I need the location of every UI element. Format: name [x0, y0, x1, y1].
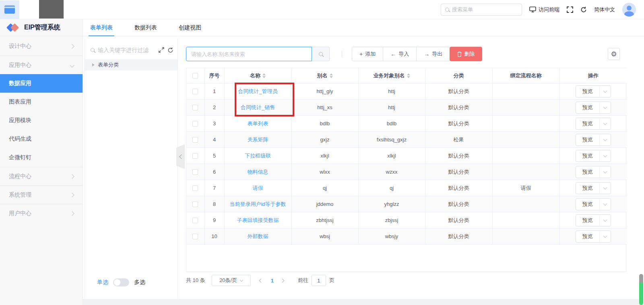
- row-checkbox[interactable]: [192, 121, 198, 127]
- single-select-label[interactable]: 单选: [97, 279, 108, 286]
- vertical-scrollbar[interactable]: [639, 274, 643, 305]
- sidebar-item[interactable]: 应用模块: [0, 111, 83, 130]
- next-page-button[interactable]: [281, 278, 285, 282]
- form-name-link[interactable]: 外部数据: [248, 233, 268, 239]
- sort-icon[interactable]: [407, 73, 410, 78]
- table-search-input[interactable]: [191, 51, 307, 57]
- select-all-checkbox[interactable]: [192, 73, 198, 79]
- row-checkbox-cell: [186, 116, 204, 132]
- delete-button[interactable]: 删除: [450, 47, 482, 61]
- menu-search-input[interactable]: [452, 6, 518, 12]
- cell-category: 松果: [425, 132, 492, 148]
- row-checkbox[interactable]: [192, 234, 198, 239]
- preview-button[interactable]: 预览: [576, 233, 599, 240]
- tree-filter-input[interactable]: [98, 47, 155, 53]
- preview-dropdown-toggle[interactable]: [599, 102, 611, 114]
- row-checkbox[interactable]: [192, 89, 198, 94]
- select-mode-toggle[interactable]: [113, 278, 129, 286]
- table-search-button[interactable]: [312, 47, 330, 61]
- preview-dropdown-toggle[interactable]: [599, 118, 611, 130]
- page-size-select[interactable]: 20条/页: [212, 275, 251, 286]
- preview-button[interactable]: 预览: [576, 104, 599, 111]
- expand-tree-button[interactable]: [159, 47, 164, 53]
- sidebar-item[interactable]: 企微钉钉: [0, 148, 83, 167]
- visit-frontend-button[interactable]: 访问前端: [529, 6, 559, 13]
- column-settings-button[interactable]: ⚙: [608, 48, 620, 60]
- preview-button[interactable]: 预览: [576, 217, 599, 224]
- preview-dropdown-toggle[interactable]: [599, 166, 611, 178]
- tab[interactable]: 创建视图: [177, 24, 203, 36]
- tree-panel-collapse-handle[interactable]: [176, 144, 185, 169]
- refresh-tree-button[interactable]: [167, 47, 173, 53]
- multi-select-label[interactable]: 多选: [134, 279, 145, 286]
- sidebar-item[interactable]: 设计中心: [0, 37, 83, 56]
- preview-dropdown-toggle[interactable]: [599, 85, 611, 98]
- prev-page-button[interactable]: [260, 278, 264, 282]
- chevron-right-icon: [70, 174, 74, 178]
- language-label: 简体中文: [594, 6, 615, 13]
- form-name-link[interactable]: 合同统计_销售: [241, 104, 275, 110]
- cell-process: [492, 196, 559, 212]
- row-checkbox[interactable]: [192, 153, 198, 159]
- row-checkbox[interactable]: [192, 105, 198, 110]
- cell-alias: qj: [291, 180, 358, 196]
- row-checkbox[interactable]: [192, 185, 198, 191]
- language-switcher[interactable]: 简体中文: [594, 6, 615, 13]
- goto-page-input[interactable]: [312, 275, 326, 286]
- sidebar-item-label: 流程中心: [9, 173, 70, 180]
- preview-button[interactable]: 预览: [576, 136, 599, 143]
- form-name-link[interactable]: 合同统计_管理员: [238, 88, 277, 94]
- export-button[interactable]: → 导出: [416, 47, 450, 61]
- refresh-button[interactable]: [580, 6, 587, 13]
- forms-table: 序号名称别名业务对象别名分类绑定流程名称操作 1合同统计_管理员httj_gly…: [186, 68, 626, 272]
- row-checkbox-cell: [186, 83, 204, 100]
- preview-button[interactable]: 预览: [576, 120, 599, 127]
- form-name-link[interactable]: 请假: [253, 185, 263, 191]
- sidebar-item[interactable]: 图表应用: [0, 93, 83, 111]
- sidebar-item[interactable]: 系统管理: [0, 185, 83, 204]
- sort-icon[interactable]: [262, 73, 266, 78]
- tab[interactable]: 数据列表: [133, 24, 159, 36]
- preview-button[interactable]: 预览: [576, 201, 599, 208]
- row-checkbox[interactable]: [192, 218, 198, 223]
- sidebar-item[interactable]: 用户中心: [0, 204, 83, 222]
- add-button[interactable]: + 添加: [352, 47, 383, 61]
- sort-icon[interactable]: [330, 73, 333, 78]
- form-name-link[interactable]: 当前登录用户id等于参数: [229, 201, 286, 207]
- preview-button[interactable]: 预览: [576, 152, 599, 160]
- main-content: 表单列表数据列表创建视图 表单分类: [83, 19, 644, 299]
- preview-dropdown-toggle[interactable]: [599, 214, 611, 226]
- preview-dropdown-toggle[interactable]: [599, 182, 611, 194]
- form-name-link[interactable]: 关系矩阵: [248, 137, 268, 143]
- tab[interactable]: 表单列表: [89, 24, 114, 36]
- preview-button[interactable]: 预览: [576, 168, 599, 176]
- row-checkbox[interactable]: [192, 137, 198, 143]
- row-checkbox[interactable]: [192, 169, 198, 175]
- sidebar-item[interactable]: 流程中心: [0, 167, 83, 185]
- sidebar-collapse-button[interactable]: [0, 0, 19, 19]
- sidebar-item[interactable]: 应用中心: [0, 56, 83, 74]
- preview-dropdown-toggle[interactable]: [599, 198, 611, 210]
- form-name-link[interactable]: 表单列表: [248, 120, 268, 127]
- form-name-link[interactable]: 子表回填接受数据: [237, 217, 279, 223]
- work-area: 表单分类 单选 多选: [83, 36, 644, 299]
- preview-button[interactable]: 预览: [576, 185, 599, 192]
- cell-category: 默认分类: [425, 180, 492, 196]
- preview-dropdown-toggle[interactable]: [599, 150, 611, 162]
- form-name-link[interactable]: 物料信息: [248, 169, 268, 175]
- import-button[interactable]: ← 导入: [383, 47, 417, 61]
- preview-button[interactable]: 预览: [576, 88, 599, 95]
- fullscreen-button[interactable]: [567, 6, 573, 13]
- form-name-link[interactable]: 下拉框级联: [245, 153, 271, 159]
- row-checkbox-cell: [186, 228, 204, 245]
- cell-index: 5: [204, 148, 224, 164]
- current-page-button[interactable]: 1: [269, 278, 275, 284]
- row-checkbox[interactable]: [192, 201, 198, 207]
- sidebar-item[interactable]: 代码生成: [0, 130, 83, 148]
- sidebar-item[interactable]: 数据应用: [0, 74, 83, 93]
- preview-dropdown-toggle[interactable]: [599, 230, 611, 243]
- cell-actions: 预览: [559, 83, 627, 100]
- preview-dropdown-toggle[interactable]: [599, 134, 611, 146]
- tree-node-form-category[interactable]: 表单分类: [85, 59, 178, 71]
- user-avatar[interactable]: [622, 3, 636, 17]
